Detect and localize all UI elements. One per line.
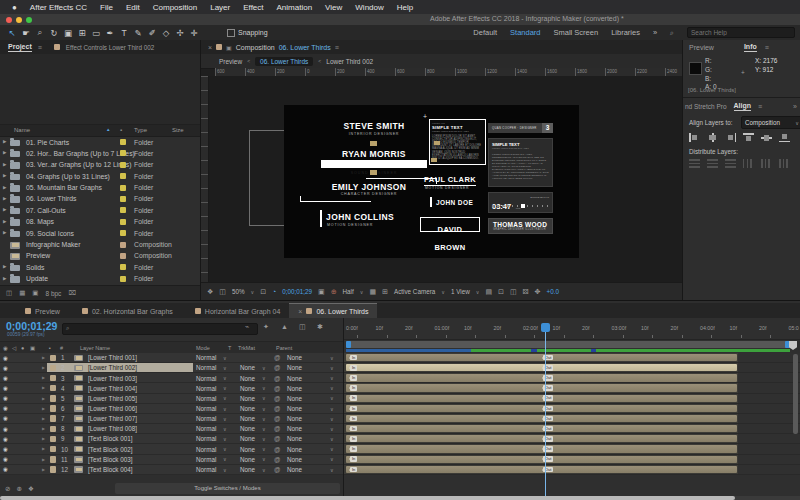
playhead-handle[interactable] — [541, 323, 550, 332]
parent-dropdown[interactable]: None — [287, 364, 302, 371]
parent-dropdown[interactable]: None — [287, 466, 302, 473]
twirl-icon[interactable]: ▶ — [3, 276, 6, 281]
layer-name[interactable]: [Text Block 004] — [88, 466, 132, 473]
project-item-row[interactable]: ▶ 07. Call-Outs Folder — [0, 205, 200, 216]
current-time-display[interactable]: 0;00;01;29 — [6, 320, 57, 332]
layer-row[interactable]: ◉ ▶ 2 [Lower Third 002] Normal∨ None∨ @ … — [0, 363, 343, 373]
in-marker[interactable]: In — [350, 385, 357, 391]
tab-info[interactable]: Info — [744, 43, 757, 52]
bit-depth-label[interactable]: 8 bpc — [45, 290, 61, 297]
in-marker[interactable]: In — [350, 446, 357, 452]
distribute-top-icon[interactable] — [689, 159, 700, 168]
layer-row[interactable]: ◉ ▶ 1 [Lower Third 001] Normal∨ ∨ @ None… — [0, 353, 343, 363]
close-window-button[interactable] — [6, 17, 12, 23]
layer-label-chip[interactable] — [50, 446, 56, 453]
column-layer-name[interactable]: Layer Name — [80, 345, 110, 351]
project-item-row[interactable]: ▶ 03. Ver..ar Graphs (Up to 12 Lines) Fo… — [0, 160, 200, 171]
resolution-dropdown[interactable]: Half — [343, 288, 354, 295]
pickwhip-icon[interactable]: @ — [274, 354, 280, 361]
horizontal-scrollbar[interactable] — [0, 496, 800, 500]
time-ruler[interactable]: 0:00f 10f 20f 01:00f 10f 20f 02:00f 10f … — [344, 323, 800, 340]
flowchart-icon[interactable]: ⚄ — [523, 288, 529, 296]
project-item-row[interactable]: Preview Composition — [0, 251, 200, 262]
close-tab-icon[interactable]: × — [208, 44, 212, 51]
twirl-icon[interactable]: ▶ — [42, 365, 45, 370]
label-chip[interactable] — [120, 173, 126, 179]
layer-label-chip[interactable] — [50, 355, 56, 362]
layer-row[interactable]: ◉ ▶ 3 [Lower Third 003] Normal∨ None∨ @ … — [0, 373, 343, 383]
layer-name[interactable]: [Lower Third 001] — [88, 354, 137, 361]
workspace-button[interactable]: Standard — [510, 28, 540, 37]
trkmat-dropdown[interactable]: None — [240, 415, 255, 422]
layer-duration-bar[interactable]: In Out — [346, 374, 737, 381]
twirl-icon[interactable]: ▶ — [3, 264, 6, 269]
layer-label-chip[interactable] — [50, 456, 56, 463]
label-chip[interactable] — [120, 253, 126, 259]
layer-row[interactable]: ◉ ▶ 5 [Lower Third 005] Normal∨ None∨ @ … — [0, 394, 343, 404]
parent-dropdown[interactable]: None — [287, 395, 302, 402]
magnification-dropdown[interactable]: 50% — [232, 288, 245, 295]
layer-row[interactable]: ◉ ▶ 9 [Text Block 001] Normal∨ None∨ @ N… — [0, 434, 343, 444]
timeline-tab[interactable]: Preview — [12, 304, 69, 318]
align-v-center-icon[interactable] — [761, 133, 772, 142]
expand-in-out-icon[interactable]: ⊘ — [5, 485, 10, 493]
timeline-tab[interactable]: × 06. Lower Thirds — [289, 303, 377, 318]
project-item-row[interactable]: ▶ 05. Mountain Bar Graphs Folder — [0, 183, 200, 194]
layer-duration-bar[interactable]: In Out — [346, 435, 737, 442]
comp-marker-bin-icon[interactable] — [789, 341, 797, 350]
layer-name[interactable]: [Lower Third 006] — [88, 405, 137, 412]
twirl-icon[interactable]: ▶ — [42, 467, 45, 472]
expand-render-time-icon[interactable]: ⊕ — [16, 485, 21, 493]
mode-dropdown[interactable]: Normal — [196, 446, 216, 453]
column-t[interactable]: T — [228, 345, 231, 351]
mode-dropdown[interactable]: Normal — [196, 425, 216, 432]
pickwhip-icon[interactable]: @ — [274, 446, 280, 453]
project-item-row[interactable]: ▶ 09. Social Icons Folder — [0, 228, 200, 239]
timeline-tab[interactable]: Horizontal Bar Graph 04 — [182, 304, 289, 318]
viewer-tab-label[interactable]: Composition — [236, 44, 275, 51]
twirl-icon[interactable]: ▶ — [3, 196, 6, 201]
layer-label-chip[interactable] — [50, 385, 56, 392]
parent-dropdown[interactable]: None — [287, 456, 302, 463]
pixel-aspect-icon[interactable]: ▤ — [485, 288, 492, 296]
camera-dropdown[interactable]: Active Camera — [394, 288, 435, 295]
parent-dropdown[interactable]: None — [287, 435, 302, 442]
eye-icon[interactable]: ◉ — [3, 436, 8, 442]
zoom-tool[interactable]: ⌕ — [33, 27, 47, 38]
twirl-icon[interactable]: ▶ — [42, 355, 45, 360]
label-chip[interactable] — [120, 185, 126, 191]
layer-duration-bar[interactable]: In Out — [346, 384, 737, 391]
layer-name[interactable]: [Lower Third 005] — [88, 395, 137, 402]
label-column-icon[interactable]: ▪ — [120, 127, 122, 133]
trkmat-dropdown[interactable]: None — [240, 456, 255, 463]
eye-icon[interactable]: ◉ — [3, 385, 8, 391]
align-bottom-icon[interactable] — [779, 133, 790, 142]
vertical-scrollbar[interactable] — [793, 354, 798, 434]
lock-icon[interactable]: ▣ — [226, 44, 232, 51]
viewer-tab-comp-name[interactable]: 06. Lower Thirds — [279, 44, 331, 51]
layer-track[interactable]: In Out — [344, 465, 800, 475]
snapping-toggle[interactable]: Snapping — [227, 29, 268, 37]
timeline-search-input[interactable] — [62, 323, 258, 335]
trkmat-dropdown[interactable]: None — [240, 405, 255, 412]
viewer-menu-icon[interactable]: ≡ — [335, 44, 339, 51]
composition-frame[interactable]: STEVE SMITH INTERIOR DESIGNER RYAN MORRI… — [284, 105, 579, 258]
parent-dropdown[interactable]: None — [287, 405, 302, 412]
align-left-icon[interactable] — [689, 133, 700, 142]
frame-blending-icon[interactable]: ◫ — [299, 323, 306, 331]
in-marker[interactable]: In — [350, 467, 357, 473]
pickwhip-icon[interactable]: @ — [274, 456, 280, 463]
layer-track[interactable]: In Out — [344, 404, 800, 414]
menu-item[interactable]: Edit — [126, 3, 140, 12]
composition-mini-flowchart-icon[interactable]: ⌁ — [245, 323, 249, 331]
mode-dropdown[interactable]: Normal — [196, 466, 216, 473]
close-tab-icon[interactable]: × — [298, 308, 302, 315]
puppet-pin-tool[interactable]: ✛ — [187, 28, 201, 38]
twirl-icon[interactable]: ▶ — [3, 150, 6, 155]
tab-preview[interactable]: Preview — [689, 44, 714, 51]
mode-dropdown[interactable]: Normal — [196, 354, 216, 361]
mask-visibility-icon[interactable]: ◔ — [272, 288, 276, 295]
vertical-ruler[interactable] — [201, 76, 209, 283]
distribute-h-center-icon[interactable] — [761, 159, 772, 168]
layer-duration-bar[interactable]: In Out — [346, 395, 737, 402]
